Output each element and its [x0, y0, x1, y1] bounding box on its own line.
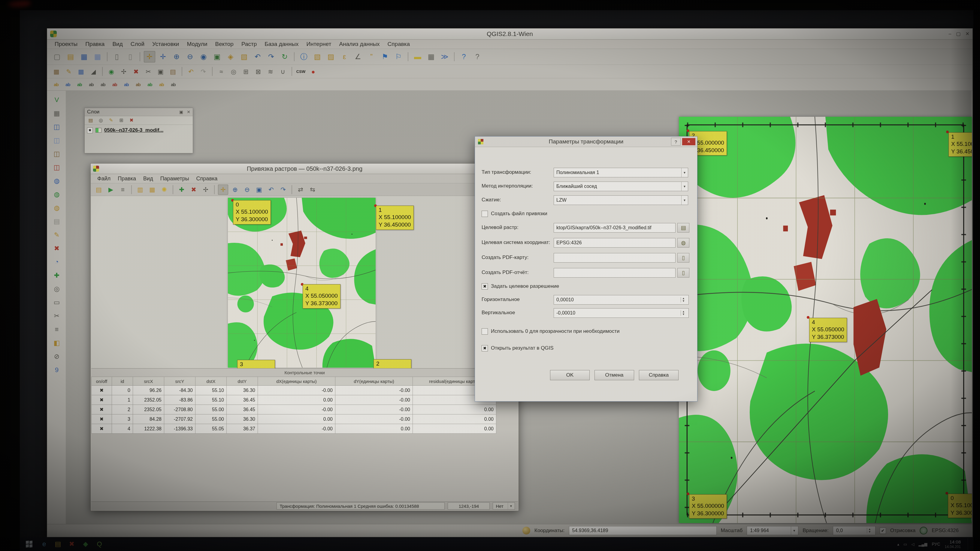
label-rotate-icon[interactable]: ab: [98, 80, 108, 89]
vertical-resolution-input[interactable]: -0,00010: [554, 308, 689, 318]
georef-menu-item-1[interactable]: Правка: [114, 175, 140, 183]
gcp-enabled-checkbox[interactable]: ✖: [92, 405, 112, 414]
gcp-row[interactable]: ✖096.26-84.3055.1036.30-0.00-0.000.00: [92, 386, 496, 395]
clipper-icon[interactable]: ✂: [51, 311, 62, 321]
menu-item-1[interactable]: Правка: [81, 40, 108, 48]
scale-select[interactable]: 1:49 964: [747, 526, 799, 535]
zoom-next-icon[interactable]: ↷: [278, 184, 288, 195]
copy-features-icon[interactable]: ▣: [156, 66, 166, 76]
crs-status-text[interactable]: EPSG:4326: [932, 527, 959, 534]
menu-item-7[interactable]: Растр: [237, 40, 261, 48]
new-composer-icon[interactable]: ▯: [111, 51, 123, 62]
open-result-checkbox[interactable]: [482, 345, 488, 351]
cancel-button[interactable]: Отмена: [595, 370, 634, 380]
add-part-icon[interactable]: ⊞: [241, 66, 251, 76]
gcp-row[interactable]: ✖22352.05-2708.8055.0036.45-0.00-0.000.0…: [92, 405, 496, 414]
attribute-table-icon[interactable]: ▦: [425, 51, 437, 62]
dialog-help-button[interactable]: ?: [671, 138, 681, 146]
gcp-row[interactable]: ✖384.28-2707.9255.0036.300.00-0.000.00: [92, 414, 496, 424]
dialog-close-button[interactable]: [682, 138, 695, 145]
georeferencer-canvas[interactable]: 0 X 55.100000 Y 36.300000 1 X 55.100000 …: [91, 196, 518, 368]
metasearch-icon[interactable]: ●: [308, 66, 318, 76]
pan-icon[interactable]: ✛: [218, 184, 228, 195]
new-spatialite-layer-icon[interactable]: ✚: [51, 270, 62, 281]
zoom-in-icon[interactable]: ⊕: [230, 184, 240, 195]
ok-button[interactable]: OK: [550, 370, 590, 380]
georef-menu-item-3[interactable]: Параметры: [157, 175, 193, 183]
show-desktop-button[interactable]: [968, 538, 970, 550]
close-icon[interactable]: [966, 32, 969, 36]
add-spatialite-layer-icon[interactable]: ◫: [51, 135, 62, 146]
gcp-column-header[interactable]: dstY: [227, 377, 258, 386]
deselect-features-icon[interactable]: ▨: [325, 51, 337, 62]
add-wfs-layer-icon[interactable]: ◍: [51, 203, 62, 213]
map-tips-icon[interactable]: ”: [366, 51, 377, 62]
label-show-hide-icon[interactable]: ab: [145, 80, 154, 89]
field-calculator-icon[interactable]: 9: [51, 365, 62, 375]
simplify-feature-icon[interactable]: ≈: [216, 66, 226, 76]
dialog-titlebar[interactable]: Параметры трансформации ?: [475, 137, 697, 147]
spinner-arrows-icon[interactable]: [681, 297, 686, 303]
crs-status-icon[interactable]: [920, 527, 928, 535]
add-wms-layer-icon[interactable]: ◍: [51, 176, 62, 186]
create-world-file-checkbox[interactable]: [482, 211, 488, 217]
browse-folder-icon[interactable]: ▤: [677, 223, 689, 233]
menu-item-10[interactable]: Анализ данных: [335, 40, 383, 48]
coordinates-input[interactable]: 54.9369,36.4189: [569, 526, 717, 535]
gcp-column-header[interactable]: dstX: [196, 377, 227, 386]
menu-item-5[interactable]: Модули: [183, 40, 211, 48]
add-postgis-layer-icon[interactable]: ◫: [51, 122, 62, 132]
zoom-to-selection-icon[interactable]: ◈: [225, 51, 236, 62]
snap-select[interactable]: Нет: [493, 502, 515, 510]
zoom-out-icon[interactable]: ⊖: [185, 51, 196, 62]
hide-all-layers-icon[interactable]: ▭: [51, 297, 62, 308]
show-bookmarks-icon[interactable]: ⚐: [393, 51, 404, 62]
select-radius-icon[interactable]: ◧: [51, 338, 62, 348]
gdal-script-icon[interactable]: ≡: [118, 184, 128, 195]
georef-menu-item-4[interactable]: Справка: [193, 175, 221, 183]
select-crs-icon[interactable]: ◍: [677, 238, 689, 248]
composer-manager-icon[interactable]: ▯: [125, 51, 136, 62]
panel-close-icon[interactable]: [187, 110, 190, 114]
add-delimited-text-icon[interactable]: ▤: [51, 216, 62, 227]
spinner-arrows-icon[interactable]: [681, 310, 686, 316]
expand-all-icon[interactable]: ⊞: [118, 117, 125, 124]
current-edits-icon[interactable]: ▦: [51, 66, 62, 76]
add-vector-layer-icon[interactable]: V: [51, 95, 62, 105]
gcp-enabled-checkbox[interactable]: ✖: [92, 386, 112, 395]
filter-legend-icon[interactable]: ✎: [108, 117, 115, 124]
python-console-icon[interactable]: ≫: [439, 51, 450, 62]
identify-icon[interactable]: ⓘ: [298, 51, 310, 62]
save-project-icon[interactable]: ▦: [78, 51, 90, 62]
menu-item-4[interactable]: Установки: [148, 40, 183, 48]
delete-point-icon[interactable]: ✖: [189, 184, 199, 195]
output-raster-input[interactable]: ktop/GIS/карта/050k--n37-026-3_modified.…: [554, 223, 676, 233]
refresh-icon[interactable]: ↻: [279, 51, 290, 62]
csw-search-icon[interactable]: CSW: [296, 66, 306, 76]
labeling-icon[interactable]: ab: [51, 80, 61, 89]
zoom-full-icon[interactable]: ▣: [212, 51, 223, 62]
remove-layer-icon[interactable]: ✖: [51, 243, 62, 254]
show-all-layers-icon[interactable]: ◎: [51, 284, 62, 294]
deselect-all-icon[interactable]: ⊘: [51, 351, 62, 362]
redo-icon[interactable]: ↷: [198, 66, 208, 76]
tray-action-center-icon[interactable]: ▭: [904, 542, 907, 546]
menu-item-9[interactable]: Интернет: [302, 40, 335, 48]
add-group-icon[interactable]: ▤: [87, 117, 94, 124]
maximize-icon[interactable]: [956, 32, 961, 36]
pdf-report-input[interactable]: [554, 268, 676, 278]
add-feature-icon[interactable]: ◉: [106, 66, 116, 76]
georeferencer-titlebar[interactable]: Привязка растров — 050k--n37-026-3.png: [91, 164, 519, 174]
gcp-row[interactable]: ✖41222.38-1396.3355.0536.37-0.000.000.00: [92, 424, 496, 433]
interpolation-select[interactable]: Ближайший сосед: [554, 181, 688, 191]
menu-item-0[interactable]: Проекты: [51, 40, 81, 48]
transform-type-select[interactable]: Полиномиальная 1: [554, 168, 688, 177]
gcp-column-header[interactable]: on/off: [92, 377, 112, 386]
menu-item-11[interactable]: Справка: [384, 40, 414, 48]
start-georeferencing-icon[interactable]: ▶: [106, 184, 116, 195]
cut-features-icon[interactable]: ✂: [143, 66, 153, 76]
annotation-icon[interactable]: ▬: [412, 51, 423, 62]
taskbar-app-green-icon[interactable]: ◆: [79, 538, 92, 550]
taskbar-explorer-icon[interactable]: ▤: [51, 538, 65, 550]
diagram-icon[interactable]: ab: [133, 80, 143, 89]
